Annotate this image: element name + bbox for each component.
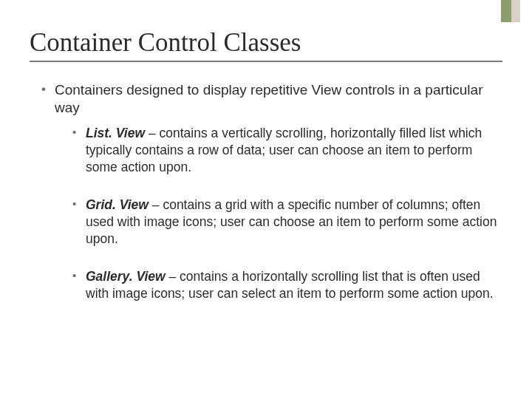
term-label: Grid. View (86, 197, 149, 212)
main-bullet-list: Containers designed to display repetitiv… (30, 81, 502, 302)
list-item: Grid. View – contains a grid with a spec… (71, 197, 502, 248)
sub-bullet-list: List. View – contains a vertically scrol… (55, 125, 502, 303)
accent-color-band (501, 0, 520, 22)
list-item: List. View – contains a vertically scrol… (71, 125, 502, 176)
term-label: List. View (86, 126, 145, 140)
accent-tan (511, 0, 520, 22)
title-container: Container Control Classes (30, 28, 502, 62)
list-item: Gallery. View – contains a horizontally … (71, 268, 502, 302)
accent-olive (501, 0, 511, 22)
intro-bullet: Containers designed to display repetitiv… (38, 81, 502, 302)
slide-title: Container Control Classes (30, 28, 502, 58)
term-label: Gallery. View (86, 269, 166, 284)
slide-content: Container Control Classes Containers des… (0, 0, 532, 345)
intro-text: Containers designed to display repetitiv… (55, 82, 482, 115)
term-desc: – contains a vertically scrolling, horiz… (86, 126, 482, 174)
